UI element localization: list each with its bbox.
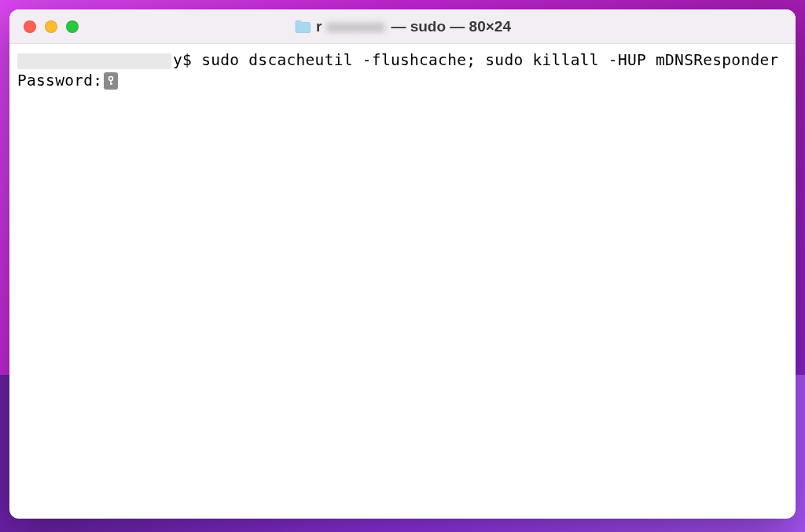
terminal-window: rxxxxxxx — sudo — 80×24 y$ sudo dscacheu… bbox=[9, 9, 796, 519]
hostname-blurred bbox=[17, 53, 171, 69]
terminal-content[interactable]: y$ sudo dscacheutil -flushcache; sudo ki… bbox=[9, 44, 796, 519]
window-title: rxxxxxxx — sudo — 80×24 bbox=[294, 18, 511, 35]
folder-icon bbox=[294, 20, 311, 34]
command-line: y$ sudo dscacheutil -flushcache; sudo ki… bbox=[17, 50, 788, 71]
command-text: sudo dscacheutil -flushcache; sudo killa… bbox=[201, 51, 778, 69]
password-line: Password: bbox=[17, 71, 788, 91]
traffic-lights bbox=[9, 20, 79, 33]
minimize-button[interactable] bbox=[45, 20, 57, 33]
title-blurred-segment: xxxxxxx bbox=[326, 18, 384, 35]
svg-point-0 bbox=[109, 77, 113, 81]
svg-rect-2 bbox=[111, 83, 113, 85]
key-icon bbox=[104, 72, 118, 90]
close-button[interactable] bbox=[24, 20, 36, 33]
password-prompt: Password: bbox=[17, 72, 102, 90]
prompt-suffix: y$ bbox=[173, 51, 201, 69]
title-suffix: — sudo — 80×24 bbox=[391, 18, 511, 35]
title-folder-prefix: r bbox=[316, 18, 322, 35]
maximize-button[interactable] bbox=[66, 20, 79, 33]
window-title-bar[interactable]: rxxxxxxx — sudo — 80×24 bbox=[9, 9, 796, 44]
